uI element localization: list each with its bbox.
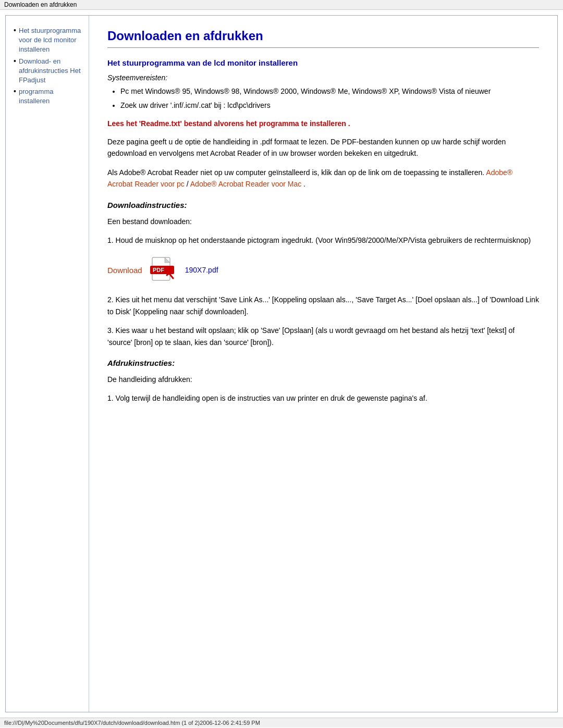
sidebar-list: Het stuurprogramma voor de lcd monitor i…	[14, 26, 83, 106]
sidebar-link-2[interactable]: Download- en afdrukinstructies Het FPadj…	[19, 57, 81, 84]
body-text-1: Deze pagina geeft u de optie de handleid…	[107, 136, 539, 159]
svg-text:PDF: PDF	[153, 267, 164, 273]
pdf-filename-link[interactable]: 190X7.pdf	[185, 266, 218, 274]
download-step3: 3. Kies waar u het bestand wilt opslaan;…	[107, 325, 539, 348]
status-bar-text: file:///D|/My%20Documents/dfu/190X7/dutc…	[4, 720, 260, 726]
print-intro: De handleiding afdrukken:	[107, 374, 539, 385]
bullet-list: Pc met Windows® 95, Windows® 98, Windows…	[120, 86, 539, 111]
bullet-item-2: Zoek uw driver '.inf/.icm/.cat' bij : lc…	[120, 100, 539, 111]
sidebar-item-3: programma installeren	[14, 87, 83, 106]
download-link[interactable]: Download	[107, 266, 142, 275]
divider-top	[107, 47, 539, 48]
acrobat-mac-link[interactable]: Adobe® Acrobat Reader voor Mac	[190, 180, 301, 188]
print-step1: 1. Volg terwijl de handleiding open is d…	[107, 392, 539, 404]
section1-title: Het stuurprogramma van de lcd monitor in…	[107, 58, 539, 67]
body-text-2-before: Als Adobe® Acrobat Reader niet op uw com…	[107, 168, 484, 177]
sidebar-link-1[interactable]: Het stuurprogramma voor de lcd monitor i…	[19, 27, 81, 53]
page-title: Downloaden en afdrukken	[107, 29, 539, 43]
status-bar: file:///D|/My%20Documents/dfu/190X7/dutc…	[0, 718, 563, 727]
pdf-icon-svg: PDF	[150, 256, 177, 283]
title-bar: Downloaden en afdrukken	[0, 0, 563, 10]
sidebar-link-3[interactable]: programma installeren	[19, 88, 53, 105]
body-text-2-after: .	[303, 180, 305, 188]
sidebar: Het stuurprogramma voor de lcd monitor i…	[6, 16, 89, 712]
download-section-title: Downloadinstructies:	[107, 201, 539, 209]
download-step2: 2. Kies uit het menu dat verschijnt 'Sav…	[107, 294, 539, 317]
download-intro: Een bestand downloaden:	[107, 216, 539, 227]
sidebar-item-2: Download- en afdrukinstructies Het FPadj…	[14, 57, 83, 85]
system-req-label: Systeemvereisten:	[107, 73, 539, 82]
body-text-2: Als Adobe® Acrobat Reader niet op uw com…	[107, 167, 539, 190]
warning-text: Lees het 'Readme.txt' bestand alvorens h…	[107, 119, 539, 128]
print-section-title: Afdrukinstructies:	[107, 359, 539, 367]
download-area: Download PDF	[107, 256, 539, 283]
main-content: Downloaden en afdrukken Het stuurprogram…	[89, 16, 557, 712]
slash-separator: /	[187, 180, 190, 188]
title-bar-text: Downloaden en afdrukken	[4, 1, 77, 8]
sidebar-item-1: Het stuurprogramma voor de lcd monitor i…	[14, 26, 83, 55]
bullet-item-1: Pc met Windows® 95, Windows® 98, Windows…	[120, 86, 539, 97]
pdf-icon: PDF	[150, 256, 177, 283]
download-step1: 1. Houd de muisknop op het onderstaande …	[107, 235, 539, 246]
